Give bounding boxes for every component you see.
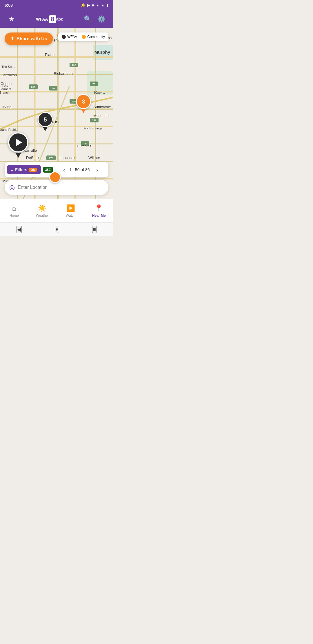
share-button-label: Share with Us [17,36,47,41]
wfaa-dot [62,35,66,39]
android-recents-button[interactable]: ■ [92,226,97,233]
pagination-nav: ‹ 1 - 50 of 86+ › [55,165,106,174]
location-input[interactable] [18,185,104,190]
back-icon: ◀ [17,227,21,232]
cluster-5-tail [43,127,48,131]
status-bar: 6:03 🔔 ▶ ◈ ▲ ▲ ▮ [0,0,113,10]
nav-home[interactable]: ⌂ Home [0,199,28,222]
legend-wfaa: WFAA [62,35,77,39]
wfaa-label: WFAA [67,35,77,39]
filters-on-badge: ON [29,168,37,172]
svg-text:30: 30 [52,87,55,90]
cluster-pin-5[interactable]: 5 [38,112,53,131]
home-icon: ⌂ [12,204,17,212]
video-pin-tail [15,153,21,158]
signal-icon: ▲ [101,3,105,7]
filters-button[interactable]: ≡ Filters ON [7,165,41,174]
android-home-button[interactable]: ● [55,226,59,233]
video-play-circle[interactable] [8,132,28,153]
bottom-nav: ⌂ Home ☀️ Weather ▶️ Watch 📍 Near Me [0,199,113,222]
nav-watch[interactable]: ▶️ Watch [57,199,85,222]
favorite-button[interactable]: ★ [6,13,17,25]
weather-label: Weather [36,214,49,218]
search-button[interactable]: 🔍 [82,13,93,25]
gear-icon: ⚙️ [98,15,105,23]
bottom-orange-pin[interactable] [49,171,61,183]
svg-text:190: 190 [72,64,76,67]
cluster-5-circle: 5 [38,112,53,127]
near-me-label: Near Me [92,214,106,218]
pagination-count: 1 - 50 of 86+ [69,167,92,172]
star-icon: ★ [9,15,14,23]
settings-button[interactable]: ⚙️ [96,13,107,25]
nav-weather[interactable]: ☀️ Weather [28,199,57,222]
community-label: Community [87,35,105,39]
cluster-pin-3[interactable]: 3 [76,94,91,113]
logo-wfaa: WFAA [36,17,48,21]
svg-text:175: 175 [49,157,53,160]
filters-label: Filters [15,167,27,172]
search-icon: 🔍 [84,15,92,23]
home-label: Home [10,214,19,218]
near-me-icon: 📍 [94,204,103,212]
next-page-button[interactable]: › [95,165,99,174]
prev-page-button[interactable]: ‹ [62,165,66,174]
community-dot [82,35,86,39]
battery-icon: ▮ [106,3,108,7]
watch-icon: ▶️ [66,204,75,212]
watch-label: Watch [66,214,76,218]
logo-8: 8 [49,15,56,23]
map-container[interactable]: 635 190 78 114 352 45 175 30 20 67 Allen… [0,28,113,199]
media-icon: ▶ [87,3,90,7]
share-icon: ⬆ [10,36,14,41]
logo-abc: abc [56,17,63,21]
android-back-button[interactable]: ◀ [17,226,22,233]
svg-text:45: 45 [84,142,87,145]
video-pin[interactable] [8,132,28,158]
weather-icon: ☀️ [38,204,47,212]
top-nav: ★ WFAA 8 abc 🔍 ⚙️ [0,10,113,28]
notification-icon: 🔔 [81,3,85,7]
cluster-3-tail [81,109,86,113]
location-status-icon: ◈ [92,3,94,7]
svg-text:114: 114 [71,100,76,103]
my-location-icon[interactable]: ◎ [9,184,15,191]
cluster-3-circle: 3 [76,94,91,109]
recents-icon: ■ [93,226,96,232]
svg-text:352: 352 [92,119,96,122]
svg-text:78: 78 [92,83,95,86]
map-legend: WFAA Community [58,32,108,41]
wifi-icon: ▲ [96,3,99,7]
logo: WFAA 8 abc [36,15,63,23]
nav-near-me[interactable]: 📍 Near Me [85,199,113,222]
android-home-icon: ● [55,226,59,232]
android-nav: ◀ ● ■ [0,222,113,236]
prev-icon: ‹ [63,167,65,173]
status-time: 6:03 [5,3,13,8]
share-with-us-button[interactable]: ⬆ Share with Us [5,32,53,45]
legend-community: Community [82,35,105,39]
svg-text:635: 635 [31,86,35,88]
next-icon: › [96,167,98,173]
filter-icon: ≡ [11,167,13,172]
